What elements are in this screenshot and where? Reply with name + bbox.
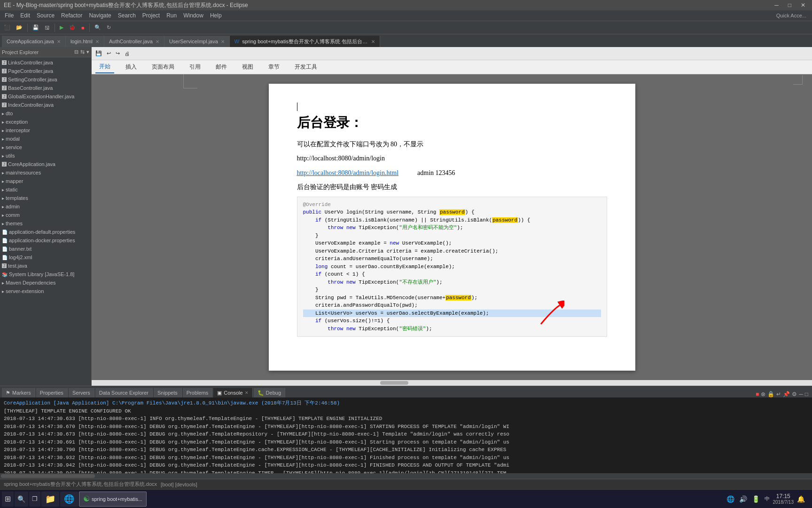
taskbar-eclipse[interactable]: ☯ spring boot+mybatis...	[79, 492, 147, 507]
search-btn[interactable]: 🔍	[15, 492, 28, 507]
tab-close-docx[interactable]: ✕	[371, 39, 375, 44]
tree-item-main-resources[interactable]: ▸ main/resources	[0, 168, 91, 177]
menu-refactor[interactable]: Refactor	[58, 11, 85, 20]
console-settings-btn[interactable]: ⚙	[792, 391, 797, 397]
ribbon-tab-layout[interactable]: 页面布局	[148, 61, 178, 73]
menu-edit[interactable]: Edit	[17, 11, 33, 20]
doc-toolbar-undo[interactable]: ↩	[105, 49, 113, 57]
tree-item-exception-handler[interactable]: 🅹 GlobalExceptionHandler.java	[0, 92, 91, 101]
doc-hscroll-thumb[interactable]	[380, 381, 408, 385]
volume-icon[interactable]: 🔊	[738, 495, 749, 503]
menu-help[interactable]: Help	[207, 11, 225, 20]
ribbon-tab-view[interactable]: 视图	[238, 61, 257, 73]
ribbon-tab-ref[interactable]: 引用	[186, 61, 204, 73]
tree-item-mapper[interactable]: ▸ mapper	[0, 177, 91, 185]
link-with-editor-icon[interactable]: ⇆	[80, 49, 85, 55]
console-hscroll[interactable]	[0, 473, 812, 479]
toolbar-save[interactable]: 💾	[31, 24, 41, 32]
tree-item-core-app[interactable]: 🅹 CoreApplication.java	[0, 160, 91, 168]
tree-item-utils[interactable]: ▸ utils	[0, 151, 91, 160]
bottom-tab-problems[interactable]: Problems	[183, 388, 212, 397]
notification-icon[interactable]: 🔔	[796, 495, 806, 503]
toolbar-run[interactable]: ▶	[58, 24, 65, 32]
ribbon-tab-section[interactable]: 章节	[265, 61, 283, 73]
tree-item-dto[interactable]: ▸ dto	[0, 109, 91, 118]
toolbar-new[interactable]: ⬛	[2, 24, 12, 32]
toolbar-debug[interactable]: 🐞	[67, 24, 78, 32]
clear-console-btn[interactable]: ⊗	[761, 391, 765, 397]
word-wrap-btn[interactable]: ↵	[776, 391, 781, 397]
tree-item-exception[interactable]: ▸ exception	[0, 118, 91, 126]
tree-item-interceptor[interactable]: ▸ interceptor	[0, 126, 91, 135]
tree-item-admin[interactable]: ▸ admin	[0, 202, 91, 211]
tree-item-modal[interactable]: ▸ modal	[0, 135, 91, 143]
tree-item-links-controller[interactable]: 🅹 LinksController.java	[0, 58, 91, 67]
tree-item-app-default-props[interactable]: 📄 application-default.properties	[0, 228, 91, 236]
pin-console-btn[interactable]: 📌	[783, 391, 790, 397]
console-hscroll-thumb[interactable]	[1, 474, 95, 478]
tab-docx[interactable]: W spring boot+mybatis整合开发个人博客系统 包括后台管理系统…	[230, 36, 380, 47]
clock[interactable]: 17:15 2018/7/13	[773, 493, 794, 505]
ribbon-tab-mail[interactable]: 邮件	[212, 61, 231, 73]
bottom-tab-data-source[interactable]: Data Source Explorer	[95, 388, 153, 397]
tree-item-index-controller[interactable]: 🅹 IndexController.java	[0, 101, 91, 109]
start-btn[interactable]: ⊞	[2, 492, 14, 507]
ribbon-tab-insert[interactable]: 插入	[122, 61, 141, 73]
quick-access[interactable]: Quick Acce...	[776, 13, 810, 18]
doc-content-area[interactable]: 后台登录： 可以在配置文件改下端口号改为 80，不显示 http://local…	[92, 74, 812, 380]
minimize-bottom-btn[interactable]: ─	[799, 391, 803, 397]
menu-run[interactable]: Run	[164, 11, 180, 20]
tab-auth-controller[interactable]: AuthController.java ✕	[104, 36, 164, 47]
tree-item-static[interactable]: ▸ static	[0, 185, 91, 194]
toolbar-refresh[interactable]: ↻	[105, 24, 113, 32]
maximize-bottom-btn[interactable]: □	[805, 391, 808, 397]
bottom-tab-snippets[interactable]: Snippets	[154, 388, 182, 397]
tree-item-banner[interactable]: 📄 banner.txt	[0, 245, 91, 253]
tree-item-themes[interactable]: ▸ themes	[0, 219, 91, 228]
doc-toolbar-save[interactable]: 💾	[94, 49, 104, 57]
bottom-tab-console[interactable]: ▣ Console ✕	[213, 388, 252, 397]
console-close-icon[interactable]: ✕	[245, 390, 249, 395]
toolbar-search[interactable]: 🔍	[93, 24, 103, 32]
network-icon[interactable]: 🌐	[725, 495, 736, 503]
menu-project[interactable]: Project	[140, 11, 163, 20]
menu-search[interactable]: Search	[115, 11, 139, 20]
taskbar-chrome[interactable]: 🌐	[60, 492, 78, 507]
toolbar-stop[interactable]: ■	[79, 24, 86, 32]
tree-item-base-controller[interactable]: 🅹 BaseController.java	[0, 84, 91, 92]
scroll-lock-btn[interactable]: 🔒	[767, 391, 774, 397]
tree-item-maven-deps[interactable]: ▸ Maven Dependencies	[0, 278, 91, 287]
close-btn[interactable]: ✕	[798, 2, 808, 8]
tab-close-user-service[interactable]: ✕	[221, 39, 225, 44]
ribbon-tab-start[interactable]: 开始	[95, 61, 114, 73]
doc-hscroll[interactable]	[92, 380, 812, 386]
stop-console-btn[interactable]: ■	[756, 391, 759, 397]
tree-item-setting-controller[interactable]: 🅹 SettingController.java	[0, 75, 91, 84]
minimize-btn[interactable]: ─	[772, 2, 781, 8]
bottom-tab-servers[interactable]: Servers	[69, 388, 94, 397]
collapse-icon[interactable]: ⊟	[74, 49, 78, 55]
tab-close-login[interactable]: ✕	[95, 39, 99, 44]
tree-item-comm[interactable]: ▸ comm	[0, 211, 91, 219]
tree-item-page-controller[interactable]: 🅹 PageController.java	[0, 67, 91, 75]
doc-toolbar-redo[interactable]: ↪	[114, 49, 122, 57]
menu-source[interactable]: Source	[34, 11, 57, 20]
menu-window[interactable]: Window	[180, 11, 206, 20]
doc-link2[interactable]: http://localhost:8080/admin/login.html	[297, 169, 399, 177]
tree-item-test[interactable]: 🅹 test.java	[0, 262, 91, 270]
taskbar-explorer[interactable]: 📁	[41, 492, 59, 507]
tree-item-log4j2[interactable]: 📄 log4j2.xml	[0, 253, 91, 262]
maximize-btn[interactable]: □	[785, 2, 794, 8]
bottom-tab-debug[interactable]: 🐛 Debug	[254, 388, 285, 397]
bottom-tab-markers[interactable]: ⚑ Markers	[2, 388, 35, 397]
tree-item-templates[interactable]: ▸ templates	[0, 194, 91, 202]
tab-close-auth[interactable]: ✕	[156, 39, 159, 44]
toolbar-saveall[interactable]: 🖫	[43, 24, 52, 32]
ribbon-tab-devtools[interactable]: 开发工具	[291, 61, 321, 73]
tree-item-app-docker-props[interactable]: 📄 application-docker.properties	[0, 236, 91, 245]
menu-navigate[interactable]: Navigate	[86, 11, 114, 20]
battery-icon[interactable]: 🔋	[750, 495, 761, 503]
explorer-tree[interactable]: 🅹 LinksController.java 🅹 PageController.…	[0, 57, 91, 386]
tab-core-application[interactable]: CoreApplication.java ✕	[2, 36, 66, 47]
tree-item-server-ext[interactable]: ▸ server-extension	[0, 287, 91, 295]
